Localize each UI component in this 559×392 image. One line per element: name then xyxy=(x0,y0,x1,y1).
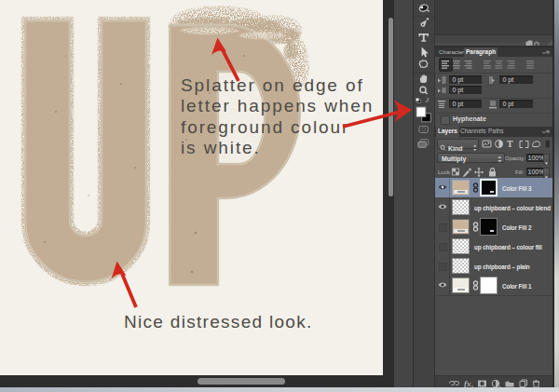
svg-text:T: T xyxy=(507,139,513,149)
svg-text:Kind: Kind xyxy=(448,145,463,152)
svg-text:fx: fx xyxy=(464,379,471,388)
